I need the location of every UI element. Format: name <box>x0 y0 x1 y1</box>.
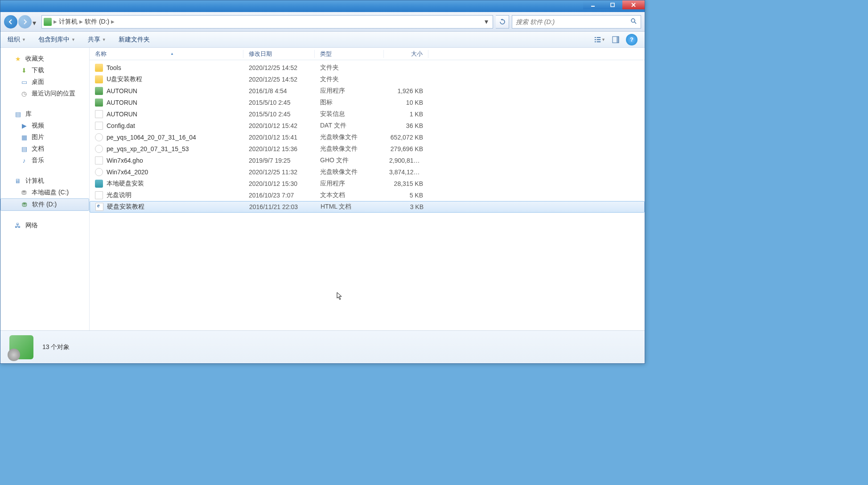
dat-icon <box>95 122 103 130</box>
titlebar[interactable] <box>0 0 645 12</box>
music-label: 音乐 <box>32 156 44 164</box>
chevron-right-icon[interactable]: ▶ <box>79 19 83 24</box>
refresh-button[interactable] <box>496 15 509 29</box>
breadcrumb-computer[interactable]: 计算机 <box>59 18 78 26</box>
tree-network[interactable]: 🖧 网络 <box>0 220 89 231</box>
drive-c-label: 本地磁盘 (C:) <box>32 189 69 197</box>
view-list-icon <box>594 36 601 44</box>
column-date-label: 修改日期 <box>249 50 272 58</box>
organize-menu[interactable]: 组织 ▼ <box>8 36 26 44</box>
tree-drive-c[interactable]: ⛃ 本地磁盘 (C:) <box>0 187 89 198</box>
tree-pictures[interactable]: ▦ 图片 <box>0 132 89 143</box>
file-row[interactable]: pe_yqs_1064_20_07_31_16_042020/10/12 15:… <box>90 132 645 143</box>
file-row[interactable]: U盘安装教程2020/12/25 14:52文件夹 <box>90 74 645 85</box>
toolbar: 组织 ▼ 包含到库中 ▼ 共享 ▼ 新建文件夹 ▼ ? <box>0 32 645 48</box>
maximize-button[interactable] <box>603 0 622 9</box>
file-row[interactable]: Config.dat2020/10/12 15:42DAT 文件36 KB <box>90 120 645 132</box>
computer-icon: 🖥 <box>14 177 22 185</box>
file-name-cell: AUTORUN <box>90 110 243 118</box>
folder-icon <box>95 75 103 83</box>
tree-desktop[interactable]: ▭ 桌面 <box>0 76 89 88</box>
minimize-button[interactable] <box>583 0 603 9</box>
chevron-down-icon: ▼ <box>71 37 75 42</box>
file-row[interactable]: AUTORUN2015/5/10 2:45安装信息1 KB <box>90 108 645 120</box>
file-list[interactable]: 名称 ▲ 修改日期 类型 大小 Tools2020/12/25 14:52文件夹… <box>90 48 645 330</box>
file-date: 2020/10/12 15:36 <box>243 145 315 152</box>
file-row[interactable]: 本地硬盘安装2020/10/12 15:30应用程序28,315 KB <box>90 178 645 189</box>
file-name: 本地硬盘安装 <box>107 180 144 188</box>
file-name: 硬盘安装教程 <box>107 203 144 211</box>
tree-favorites[interactable]: ★ 收藏夹 <box>0 53 89 65</box>
file-name: Tools <box>107 64 121 71</box>
file-name: U盘安装教程 <box>107 75 142 83</box>
file-date: 2020/10/12 15:41 <box>243 134 315 141</box>
file-date: 2020/10/12 15:30 <box>243 180 315 187</box>
tree-drive-d[interactable]: ⛃ 软件 (D:) <box>0 198 89 211</box>
network-icon: 🖧 <box>14 222 22 230</box>
include-menu[interactable]: 包含到库中 ▼ <box>38 36 75 44</box>
file-name-cell: Win7x64_2020 <box>90 168 243 176</box>
column-name-label: 名称 <box>95 50 107 58</box>
file-type: DAT 文件 <box>315 122 384 130</box>
file-size: 3 KB <box>384 203 429 210</box>
file-date: 2015/5/10 2:45 <box>243 99 315 106</box>
search-input[interactable] <box>516 18 630 25</box>
column-size[interactable]: 大小 <box>384 50 428 58</box>
tree-recent[interactable]: ◷ 最近访问的位置 <box>0 88 89 99</box>
preview-pane-button[interactable] <box>610 34 621 45</box>
file-row[interactable]: pe_yqs_xp_20_07_31_15_532020/10/12 15:36… <box>90 143 645 155</box>
breadcrumb-drive[interactable]: 软件 (D:) <box>85 18 109 26</box>
tree-documents[interactable]: ▤ 文档 <box>0 143 89 155</box>
file-name: Win7x64.gho <box>107 157 143 164</box>
tree-downloads[interactable]: ⬇ 下载 <box>0 65 89 76</box>
tree-music[interactable]: ♪ 音乐 <box>0 155 89 166</box>
nav-arrows: ▾ <box>4 15 39 29</box>
tree-computer[interactable]: 🖥 计算机 <box>0 175 89 187</box>
file-row[interactable]: Win7x64_20202020/12/25 11:32光盘映像文件3,874,… <box>90 166 645 178</box>
back-button[interactable] <box>4 15 17 29</box>
address-dropdown-icon[interactable]: ▾ <box>482 17 491 26</box>
libraries-label: 库 <box>25 110 32 118</box>
history-dropdown-icon[interactable]: ▾ <box>33 19 39 25</box>
file-type: 文件夹 <box>315 64 384 72</box>
chevron-down-icon: ▼ <box>102 37 106 42</box>
search-icon[interactable] <box>630 17 637 26</box>
help-button[interactable]: ? <box>626 34 638 45</box>
column-type[interactable]: 类型 <box>315 50 384 58</box>
file-name-cell: AUTORUN <box>90 87 243 95</box>
svg-rect-6 <box>597 39 601 40</box>
forward-button[interactable] <box>18 15 32 29</box>
file-row[interactable]: 硬盘安装教程2016/11/21 22:03HTML 文档3 KB <box>90 201 645 213</box>
file-row[interactable]: Tools2020/12/25 14:52文件夹 <box>90 62 645 74</box>
new-folder-button[interactable]: 新建文件夹 <box>119 36 150 44</box>
recent-label: 最近访问的位置 <box>32 90 75 98</box>
view-mode-button[interactable]: ▼ <box>594 34 605 45</box>
address-bar[interactable]: ▶ 计算机 ▶ 软件 (D:) ▶ ▾ <box>41 15 493 29</box>
column-date[interactable]: 修改日期 <box>243 50 315 58</box>
gho-icon <box>95 156 103 164</box>
column-name[interactable]: 名称 ▲ <box>90 50 243 58</box>
file-size: 1 KB <box>384 111 428 118</box>
body-area: ★ 收藏夹 ⬇ 下载 ▭ 桌面 ◷ 最近访问的位置 ▤ <box>0 48 645 330</box>
share-menu[interactable]: 共享 ▼ <box>88 36 106 44</box>
window-controls <box>583 0 645 9</box>
navigation-pane[interactable]: ★ 收藏夹 ⬇ 下载 ▭ 桌面 ◷ 最近访问的位置 ▤ <box>0 48 90 330</box>
close-button[interactable] <box>622 0 645 9</box>
tree-libraries[interactable]: ▤ 库 <box>0 108 89 120</box>
videos-label: 视频 <box>32 122 44 130</box>
svg-point-2 <box>631 19 635 22</box>
file-row[interactable]: Win7x64.gho2019/9/7 19:25GHO 文件2,900,813… <box>90 155 645 166</box>
file-size: 36 KB <box>384 122 428 129</box>
chevron-right-icon[interactable]: ▶ <box>53 19 57 24</box>
search-bar[interactable] <box>512 15 641 29</box>
picture-icon: ▦ <box>20 133 28 141</box>
drive-icon: ⛃ <box>21 201 29 209</box>
file-row[interactable]: 光盘说明2016/10/23 7:07文本文档5 KB <box>90 189 645 201</box>
file-row[interactable]: AUTORUN2015/5/10 2:45图标10 KB <box>90 97 645 108</box>
svg-rect-1 <box>611 3 614 7</box>
tree-videos[interactable]: ▶ 视频 <box>0 120 89 132</box>
chevron-right-icon[interactable]: ▶ <box>111 19 115 24</box>
svg-rect-8 <box>597 41 601 42</box>
file-row[interactable]: AUTORUN2016/1/8 4:54应用程序1,926 KB <box>90 85 645 97</box>
file-size: 10 KB <box>384 99 428 106</box>
